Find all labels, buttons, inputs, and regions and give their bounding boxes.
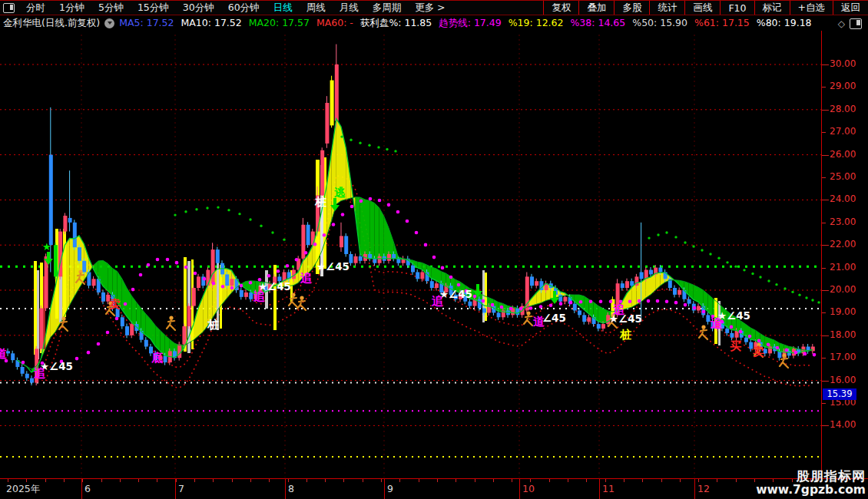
char-marker-追: 追 (711, 316, 723, 330)
last-price-tag: 15.39 (823, 388, 856, 400)
month-label-12: 12 (697, 483, 710, 494)
toolbar-button-画线[interactable]: 画线 (684, 1, 720, 15)
diamond-icon[interactable]: ◇ (838, 18, 845, 29)
toolbar-button-统计[interactable]: 统计 (649, 1, 684, 15)
char-marker-追: 追 (253, 289, 266, 303)
period-item-15分钟[interactable]: 15分钟 (131, 2, 176, 15)
period-item-月线[interactable]: 月线 (333, 2, 366, 15)
chevron-down-icon[interactable] (104, 18, 114, 28)
month-label-9: 9 (387, 483, 393, 494)
toolbar-button-+自选[interactable]: +自选 (790, 1, 833, 15)
toolbar-buttons: 复权叠加多股统计画线F10标记+自选返回 (543, 1, 868, 15)
period-item-5分钟[interactable]: 5分钟 (91, 2, 131, 15)
indicator-MA20: MA20: 17.57 (249, 17, 310, 28)
indicator-info-bar: 金利华电(日线.前复权) MA5: 17.52MA10: 17.52MA20: … (0, 16, 868, 31)
axis-label-17.00: 17.00 (830, 352, 856, 362)
char-marker-追: 追 (300, 271, 313, 285)
month-label-7: 7 (178, 483, 184, 494)
period-menu: 分时1分钟5分钟15分钟30分钟60分钟日线周线月线多周期更多 > (19, 2, 452, 15)
runner-icon (289, 292, 297, 307)
price-axis: 30.0029.0028.0027.0026.0025.0024.0023.00… (821, 31, 868, 478)
char-marker-桩: 桩 (619, 328, 631, 342)
axis-label-28.00: 28.00 (830, 104, 856, 114)
axis-label-20.00: 20.00 (830, 284, 856, 295)
date-axis[interactable]: 2025年 6789101112 (0, 478, 868, 499)
axis-label-21.00: 21.00 (830, 262, 856, 273)
year-label: 2025年 (6, 483, 40, 496)
period-item-30分钟[interactable]: 30分钟 (176, 2, 221, 15)
axis-label-30.00: 30.00 (830, 58, 856, 69)
toolbar-button-多股[interactable]: 多股 (614, 1, 649, 15)
axis-label-24.00: 24.00 (830, 193, 856, 204)
char-marker-买: 买 (730, 339, 741, 353)
period-item-分时[interactable]: 分时 (19, 2, 52, 15)
indicator-MA5: MA5: 17.52 (119, 17, 174, 28)
angle45-marker: ★∠45 (316, 260, 350, 273)
toolbar-button-返回[interactable]: 返回 (833, 1, 868, 15)
axis-label-26.00: 26.00 (830, 149, 856, 160)
period-item-60分钟[interactable]: 60分钟 (221, 2, 267, 15)
watermark-site-name: 股朋指标网 (756, 469, 866, 484)
window-icon[interactable] (3, 3, 15, 13)
char-marker-桩: 桩 (207, 318, 219, 332)
char-marker-道: 道 (532, 315, 545, 329)
candlestick-chart[interactable]: ★★∠45★∠45★∠45★∠45★∠45★∠45∠45道追卖底桩追追桩逃追道追… (0, 31, 821, 478)
indicator-19: %19: 12.62 (509, 17, 564, 28)
indicator-61: %61: 17.15 (694, 17, 750, 28)
watermark: 股朋指标网 www.7gpzb.com (756, 469, 866, 497)
char-marker-卖: 卖 (753, 345, 764, 359)
candles (6, 45, 815, 386)
indicator-MA60: MA60: - (316, 17, 353, 28)
angle45-marker: ∠45 (542, 312, 566, 324)
indicator-获利盘: 获利盘%: 11.85 (360, 17, 432, 28)
period-toolbar: 分时1分钟5分钟15分钟30分钟60分钟日线周线月线多周期更多 > 复权叠加多股… (0, 0, 868, 15)
period-item-日线[interactable]: 日线 (267, 2, 300, 15)
axis-label-23.00: 23.00 (830, 216, 856, 227)
axis-label-29.00: 29.00 (830, 81, 856, 91)
char-marker-逃: 逃 (333, 186, 346, 200)
axis-label-27.00: 27.00 (830, 126, 856, 137)
toolbar-button-标记[interactable]: 标记 (754, 1, 790, 15)
period-item-更多 >[interactable]: 更多 > (408, 2, 452, 15)
toolbar-button-叠加[interactable]: 叠加 (578, 1, 614, 15)
char-marker-道: 道 (0, 347, 8, 361)
indicator-38: %38: 14.65 (570, 17, 625, 28)
char-marker-桩: 桩 (314, 195, 326, 209)
month-label-8: 8 (288, 483, 294, 494)
indicator-80: %80: 19.18 (757, 17, 812, 28)
month-label-6: 6 (84, 483, 91, 494)
char-marker-底: 底 (151, 351, 163, 365)
toolbar-button-复权[interactable]: 复权 (543, 1, 578, 15)
axis-label-16.00: 16.00 (830, 375, 856, 385)
stock-app-window: 分时1分钟5分钟15分钟30分钟60分钟日线周线月线多周期更多 > 复权叠加多股… (0, 0, 868, 499)
month-label-11: 11 (602, 483, 615, 494)
period-item-多周期[interactable]: 多周期 (366, 2, 409, 15)
angle45-marker: ★∠45 (717, 309, 750, 322)
axis-label-14.00: 14.00 (830, 419, 856, 430)
month-label-10: 10 (522, 483, 535, 494)
char-marker-追: 追 (613, 302, 625, 316)
green-dotted-segments (174, 135, 820, 303)
chart-title: 金利华电(日线.前复权) (3, 17, 100, 30)
period-item-1分钟[interactable]: 1分钟 (52, 2, 91, 15)
green-star-icon: ★ (42, 241, 51, 253)
indicator-MA10: MA10: 17.52 (181, 17, 242, 28)
runner-icon (167, 316, 175, 330)
axis-label-19.00: 19.00 (830, 306, 856, 317)
axis-label-18.00: 18.00 (830, 329, 856, 340)
axis-label-25.00: 25.00 (830, 171, 856, 182)
indicator-50: %50: 15.90 (632, 17, 687, 28)
char-marker-追: 追 (432, 294, 444, 308)
ma-ribbon (31, 119, 813, 372)
angle45-marker: ★∠45 (439, 288, 472, 300)
char-marker-追: 追 (34, 366, 46, 380)
panel-layout-icon[interactable] (850, 18, 862, 29)
period-item-周线[interactable]: 周线 (300, 2, 333, 15)
watermark-url: www.7gpzb.com (756, 484, 866, 497)
char-marker-卖: 卖 (109, 297, 121, 311)
indicator-趋势线: 趋势线: 17.49 (439, 17, 501, 28)
runner-icon (524, 311, 532, 326)
toolbar-button-F10[interactable]: F10 (720, 1, 754, 15)
indicator-values: MA5: 17.52MA10: 17.52MA20: 17.57MA60: -获… (119, 17, 818, 30)
axis-label-22.00: 22.00 (830, 239, 856, 250)
